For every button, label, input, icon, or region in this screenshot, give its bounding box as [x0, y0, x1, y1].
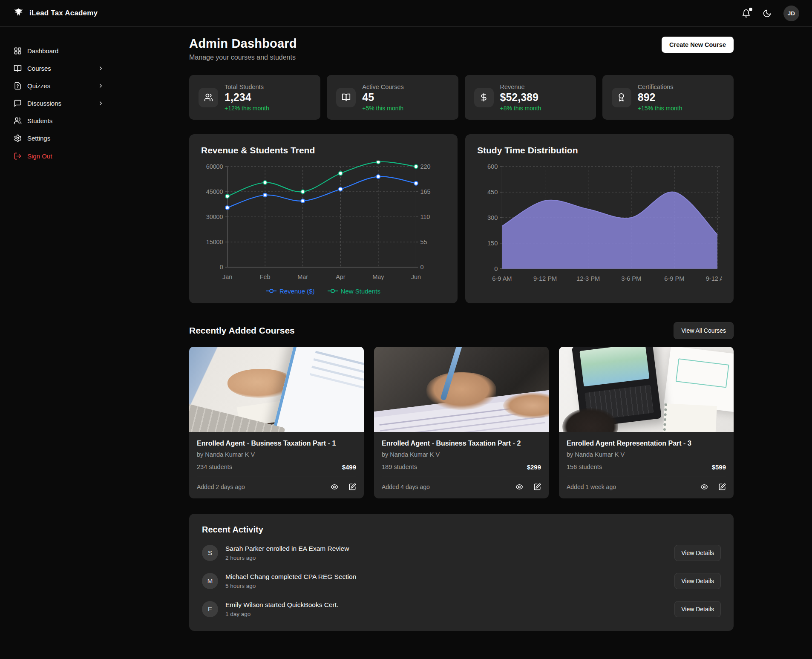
chart-title: Study Time Distribution [477, 145, 722, 155]
study-time-panel: Study Time Distribution 01503004506006-9… [465, 134, 734, 303]
course-added: Added 4 days ago [382, 483, 430, 490]
sidebar-item-quizzes[interactable]: Quizzes [14, 77, 104, 95]
svg-text:30000: 30000 [206, 213, 223, 220]
svg-text:220: 220 [420, 163, 430, 170]
area-chart-svg: 01503004506006-9 AM9-12 PM12-3 PM3-6 PM6… [477, 161, 722, 288]
svg-text:6-9 PM: 6-9 PM [664, 275, 684, 282]
courses-section-title: Recently Added Courses [189, 325, 295, 336]
course-card[interactable]: Enrolled Agent - Business Taxation Part … [189, 347, 364, 498]
sidebar-item-discussions[interactable]: Discussions [14, 95, 104, 112]
svg-text:55: 55 [420, 239, 427, 245]
sidebar-item-courses[interactable]: Courses [14, 60, 104, 77]
edit-icon [718, 483, 726, 491]
recent-activity-panel: Recent Activity S Sarah Parker enrolled … [189, 514, 734, 631]
sidebar-item-sign-out[interactable]: Sign Out [14, 147, 104, 165]
svg-text:450: 450 [487, 189, 498, 196]
svg-text:6-9 AM: 6-9 AM [492, 275, 512, 282]
notification-badge [749, 8, 752, 11]
svg-text:0: 0 [220, 264, 223, 271]
brand: iLead Tax Academy [13, 7, 98, 20]
sidebar-label: Settings [27, 135, 50, 142]
activity-item: S Sarah Parker enrolled in EA Exam Revie… [202, 545, 721, 561]
course-author: by Nanda Kumar K V [382, 451, 541, 458]
eagle-logo-icon [13, 7, 24, 20]
moon-icon [763, 9, 772, 18]
avatar: E [202, 601, 218, 617]
sidebar-label: Discussions [27, 100, 61, 107]
stat-label: Active Courses [362, 83, 404, 90]
activity-time: 1 day ago [225, 611, 338, 617]
dollar-icon [474, 88, 494, 107]
view-all-courses-button[interactable]: View All Courses [674, 322, 734, 339]
sidebar-label: Courses [27, 65, 51, 72]
view-details-button[interactable]: View Details [674, 601, 721, 617]
page-subtitle: Manage your courses and students [189, 54, 297, 61]
svg-text:60000: 60000 [206, 163, 223, 170]
main-content: Admin Dashboard Manage your courses and … [189, 27, 734, 648]
edit-icon [348, 483, 356, 491]
preview-course-button[interactable] [331, 483, 338, 491]
legend-label: New Students [341, 288, 380, 295]
course-price: $299 [527, 463, 541, 471]
stat-value: 892 [638, 91, 682, 104]
svg-text:Apr: Apr [336, 273, 346, 280]
legend-new-students[interactable]: New Students [328, 288, 380, 295]
preview-course-button[interactable] [700, 483, 708, 491]
stat-card-certifications: Certifications 892 +15% this month [602, 75, 734, 120]
activity-section-title: Recent Activity [202, 525, 721, 535]
view-details-button[interactable]: View Details [674, 545, 721, 561]
book-open-icon [336, 88, 356, 107]
stat-label: Revenue [500, 83, 541, 90]
edit-course-button[interactable] [348, 483, 356, 491]
sidebar-label: Dashboard [27, 47, 58, 55]
legend-revenue[interactable]: Revenue ($) [266, 288, 315, 295]
sidebar-item-settings[interactable]: Settings [14, 129, 104, 147]
stat-delta: +12% this month [225, 105, 269, 112]
svg-text:600: 600 [487, 163, 498, 170]
activity-text: Michael Chang completed CPA REG Section [225, 573, 356, 581]
chevron-right-icon [98, 65, 104, 72]
award-icon [612, 88, 631, 107]
users-icon [14, 117, 22, 125]
top-navbar: iLead Tax Academy JD [0, 0, 812, 27]
sidebar-item-students[interactable]: Students [14, 112, 104, 129]
legend-line-icon [328, 288, 338, 294]
revenue-students-panel: Revenue & Students Trend 001500055300001… [189, 134, 458, 303]
stats-row: Total Students 1,234 +12% this month Act… [189, 75, 734, 120]
user-avatar[interactable]: JD [783, 6, 799, 21]
course-title: Enrolled Agent - Business Taxation Part … [382, 439, 541, 448]
chart-legend: Revenue ($) New Students [201, 288, 446, 295]
course-students: 189 students [382, 463, 417, 470]
activity-item: M Michael Chang completed CPA REG Sectio… [202, 573, 721, 589]
logout-icon [14, 152, 22, 160]
course-added: Added 2 days ago [197, 483, 245, 490]
line-chart-svg: 001500055300001104500016560000220JanFebM… [201, 161, 446, 287]
sidebar-item-dashboard[interactable]: Dashboard [14, 42, 104, 60]
course-author: by Nanda Kumar K V [567, 451, 726, 458]
course-card[interactable]: Enrolled Agent - Business Taxation Part … [374, 347, 549, 498]
edit-course-button[interactable] [533, 483, 541, 491]
activity-text: Sarah Parker enrolled in EA Exam Review [225, 545, 349, 553]
edit-course-button[interactable] [718, 483, 726, 491]
theme-toggle-button[interactable] [763, 9, 772, 18]
course-added: Added 1 week ago [567, 483, 616, 490]
svg-text:300: 300 [487, 214, 498, 221]
course-card[interactable]: Enrolled Agent Representation Part - 3 b… [559, 347, 734, 498]
course-price: $499 [342, 463, 356, 471]
svg-text:12-3 PM: 12-3 PM [576, 275, 600, 282]
svg-text:150: 150 [487, 240, 498, 247]
eye-icon [331, 483, 338, 491]
sidebar: Dashboard Courses Quizzes Discussions St… [0, 27, 189, 648]
sidebar-label: Sign Out [27, 153, 52, 160]
preview-course-button[interactable] [515, 483, 523, 491]
svg-text:0: 0 [494, 265, 498, 272]
activity-time: 2 hours ago [225, 555, 349, 561]
notifications-button[interactable] [742, 9, 751, 18]
stat-label: Certifications [638, 83, 682, 90]
stat-value: 1,234 [225, 91, 269, 104]
course-image [189, 347, 364, 432]
create-new-course-button[interactable]: Create New Course [662, 37, 734, 53]
stat-delta: +15% this month [638, 105, 682, 112]
sidebar-label: Quizzes [27, 82, 50, 89]
view-details-button[interactable]: View Details [674, 573, 721, 589]
